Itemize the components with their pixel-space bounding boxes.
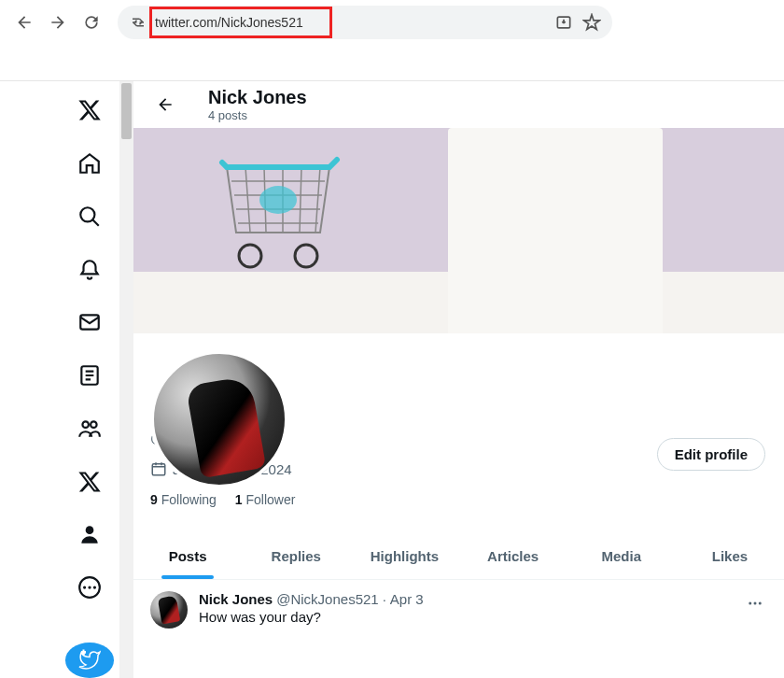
tab-highlights[interactable]: Highlights bbox=[350, 533, 458, 579]
tab-replies[interactable]: Replies bbox=[242, 533, 350, 579]
install-app-icon[interactable] bbox=[554, 13, 573, 32]
profile-avatar[interactable] bbox=[150, 350, 288, 488]
scrollbar-thumb[interactable] bbox=[121, 83, 132, 139]
tab-posts[interactable]: Posts bbox=[133, 533, 242, 579]
sidebar-more[interactable] bbox=[67, 572, 112, 604]
followers-link[interactable]: 1 Follower bbox=[235, 492, 296, 507]
sidebar-lists[interactable] bbox=[67, 360, 112, 392]
arrow-right-icon bbox=[49, 13, 67, 32]
svg-point-17 bbox=[759, 602, 762, 605]
svg-rect-14 bbox=[152, 464, 165, 475]
profile-header-bar: Nick Jones 4 posts bbox=[133, 81, 784, 128]
url-highlight-annotation bbox=[149, 7, 332, 38]
post-date[interactable]: Apr 3 bbox=[390, 591, 424, 607]
post-item[interactable]: Nick Jones @NickJones521 · Apr 3 How was… bbox=[133, 580, 784, 640]
svg-point-12 bbox=[295, 245, 317, 267]
svg-point-16 bbox=[754, 602, 757, 605]
cover-cart-image bbox=[199, 148, 367, 317]
tab-media[interactable]: Media bbox=[567, 533, 676, 579]
post-author-name[interactable]: Nick Jones bbox=[199, 591, 273, 607]
edit-profile-button[interactable]: Edit profile bbox=[657, 438, 765, 471]
profile-main: Nick Jones 4 posts Edit profile Ni bbox=[133, 81, 784, 678]
profile-tabs: Posts Replies Highlights Articles Media … bbox=[133, 533, 784, 580]
feather-plus-icon bbox=[78, 649, 101, 671]
people-icon bbox=[77, 417, 102, 441]
url-bar[interactable]: twitter.com/NickJones521 bbox=[118, 6, 612, 39]
browser-toolbar: twitter.com/NickJones521 bbox=[0, 0, 784, 45]
tab-articles[interactable]: Articles bbox=[459, 533, 567, 579]
sidebar-profile[interactable] bbox=[67, 518, 112, 551]
bookmark-star-icon[interactable] bbox=[582, 13, 601, 32]
x-logo-icon bbox=[77, 98, 102, 122]
cover-photo[interactable] bbox=[133, 128, 784, 333]
tab-likes[interactable]: Likes bbox=[676, 533, 784, 579]
svg-point-15 bbox=[749, 602, 751, 605]
compose-button[interactable] bbox=[65, 643, 114, 678]
home-icon bbox=[77, 151, 102, 176]
calendar-icon bbox=[150, 460, 167, 477]
svg-point-6 bbox=[85, 527, 93, 535]
header-post-count: 4 posts bbox=[208, 108, 307, 122]
search-icon bbox=[77, 205, 102, 229]
sidebar-communities[interactable] bbox=[67, 412, 112, 445]
header-display-name: Nick Jones bbox=[208, 87, 307, 108]
person-icon bbox=[77, 522, 102, 546]
sidebar-home[interactable] bbox=[67, 148, 112, 180]
post-avatar[interactable] bbox=[150, 591, 188, 629]
post-text: How was your day? bbox=[199, 609, 732, 625]
url-text: twitter.com/NickJones521 bbox=[155, 15, 547, 30]
sidebar-explore[interactable] bbox=[67, 200, 112, 233]
svg-point-9 bbox=[88, 586, 91, 588]
svg-point-11 bbox=[239, 245, 261, 267]
site-settings-icon[interactable] bbox=[129, 13, 147, 32]
post-author-handle[interactable]: @NickJones521 bbox=[276, 591, 378, 607]
reload-icon bbox=[82, 13, 101, 32]
browser-forward-button[interactable] bbox=[43, 7, 73, 37]
post-more-button[interactable] bbox=[743, 591, 767, 629]
x-premium-icon bbox=[77, 470, 102, 494]
browser-back-button[interactable] bbox=[9, 7, 39, 37]
sidebar-scrollbar[interactable] bbox=[119, 81, 133, 678]
svg-point-8 bbox=[82, 586, 85, 588]
more-dots-icon bbox=[747, 595, 763, 612]
arrow-left-icon bbox=[156, 95, 175, 114]
sidebar-messages[interactable] bbox=[67, 306, 112, 339]
svg-point-10 bbox=[92, 586, 95, 588]
back-button[interactable] bbox=[148, 88, 182, 121]
sidebar-premium[interactable] bbox=[67, 465, 112, 498]
svg-point-1 bbox=[80, 207, 94, 221]
bell-icon bbox=[77, 258, 102, 282]
browser-reload-button[interactable] bbox=[77, 7, 106, 37]
svg-point-5 bbox=[91, 421, 97, 428]
svg-point-13 bbox=[259, 186, 297, 214]
cover-bag-image bbox=[448, 128, 663, 333]
sidebar-logo[interactable] bbox=[67, 94, 112, 127]
following-link[interactable]: 9 Following bbox=[150, 492, 217, 507]
envelope-icon bbox=[77, 310, 102, 334]
arrow-left-icon bbox=[15, 13, 34, 32]
nav-sidebar bbox=[59, 81, 119, 678]
svg-point-4 bbox=[82, 421, 89, 428]
list-icon bbox=[77, 363, 102, 388]
sidebar-notifications[interactable] bbox=[67, 253, 112, 286]
more-circle-icon bbox=[77, 575, 102, 600]
